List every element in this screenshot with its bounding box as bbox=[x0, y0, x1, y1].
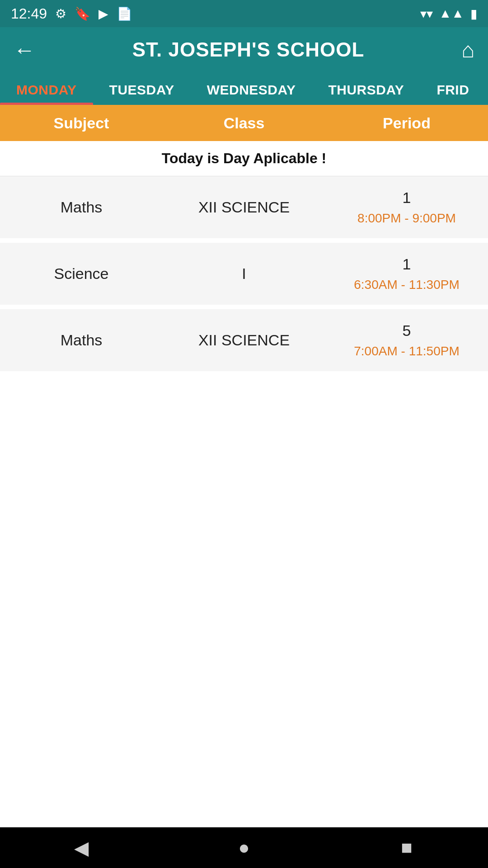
table-row: Science I 1 6:30AM - 11:30PM bbox=[0, 243, 488, 309]
back-nav-button[interactable]: ◀ bbox=[63, 830, 99, 866]
period-num-2: 1 bbox=[403, 255, 411, 273]
battery-icon: ▮ bbox=[470, 6, 477, 21]
table-row: Maths XII SCIENCE 1 8:00PM - 9:00PM bbox=[0, 176, 488, 243]
tab-monday[interactable]: MONDAY bbox=[0, 72, 93, 105]
class-cell-3: XII SCIENCE bbox=[163, 309, 325, 371]
period-cell-3: 5 7:00AM - 11:50PM bbox=[325, 309, 488, 371]
back-button[interactable]: ← bbox=[14, 38, 35, 62]
subject-cell-3: Maths bbox=[0, 309, 163, 371]
page-title: ST. JOSEPH'S SCHOOL bbox=[35, 38, 461, 61]
time-range-2: 6:30AM - 11:30PM bbox=[354, 278, 459, 292]
tab-wednesday[interactable]: WEDNESDAY bbox=[191, 72, 312, 105]
bottom-nav: ◀ ● ■ bbox=[0, 827, 488, 868]
day-tabs: MONDAY TUESDAY WEDNESDAY THURSDAY FRID bbox=[0, 72, 488, 105]
class-cell-2: I bbox=[163, 243, 325, 305]
class-name-1: XII SCIENCE bbox=[198, 198, 290, 216]
signal-icon: ▲▲ bbox=[439, 6, 464, 21]
time-range-1: 8:00PM - 9:00PM bbox=[357, 211, 456, 226]
settings-icon: ⚙ bbox=[55, 6, 66, 21]
class-name-2: I bbox=[242, 265, 246, 283]
table-row: Maths XII SCIENCE 5 7:00AM - 11:50PM bbox=[0, 309, 488, 376]
header-period: Period bbox=[325, 114, 488, 132]
subject-name-2: Science bbox=[54, 265, 109, 283]
class-cell-1: XII SCIENCE bbox=[163, 176, 325, 238]
period-num-1: 1 bbox=[403, 189, 411, 207]
tab-thursday[interactable]: THURSDAY bbox=[312, 72, 420, 105]
period-cell-2: 1 6:30AM - 11:30PM bbox=[325, 243, 488, 305]
content-spacer bbox=[0, 602, 488, 828]
status-left: 12:49 ⚙ 🔖 ▶ 📄 bbox=[11, 5, 132, 22]
top-bar: ← ST. JOSEPH'S SCHOOL ⌂ bbox=[0, 27, 488, 72]
table-header: Subject Class Period bbox=[0, 105, 488, 141]
header-class: Class bbox=[163, 114, 325, 132]
today-banner: Today is Day Aplicable ! bbox=[0, 141, 488, 176]
subject-name-3: Maths bbox=[61, 331, 103, 349]
home-button[interactable]: ⌂ bbox=[461, 38, 474, 62]
subject-cell-2: Science bbox=[0, 243, 163, 305]
tab-tuesday[interactable]: TUESDAY bbox=[93, 72, 191, 105]
status-right: ▾▾ ▲▲ ▮ bbox=[420, 6, 477, 21]
play-icon: ▶ bbox=[99, 6, 108, 21]
period-num-3: 5 bbox=[403, 322, 411, 340]
recent-nav-button[interactable]: ■ bbox=[389, 830, 425, 866]
class-name-3: XII SCIENCE bbox=[198, 331, 290, 349]
status-bar: 12:49 ⚙ 🔖 ▶ 📄 ▾▾ ▲▲ ▮ bbox=[0, 0, 488, 27]
subject-cell-1: Maths bbox=[0, 176, 163, 238]
tab-friday[interactable]: FRID bbox=[420, 72, 485, 105]
status-time: 12:49 bbox=[11, 5, 47, 22]
schedule-list: Maths XII SCIENCE 1 8:00PM - 9:00PM Scie… bbox=[0, 176, 488, 602]
header-subject: Subject bbox=[0, 114, 163, 132]
subject-name-1: Maths bbox=[61, 198, 103, 216]
wifi-icon: ▾▾ bbox=[420, 6, 433, 21]
bookmark-icon: 🔖 bbox=[75, 6, 90, 21]
document-icon: 📄 bbox=[117, 6, 132, 21]
period-cell-1: 1 8:00PM - 9:00PM bbox=[325, 176, 488, 238]
time-range-3: 7:00AM - 11:50PM bbox=[354, 344, 459, 359]
home-nav-button[interactable]: ● bbox=[226, 830, 262, 866]
